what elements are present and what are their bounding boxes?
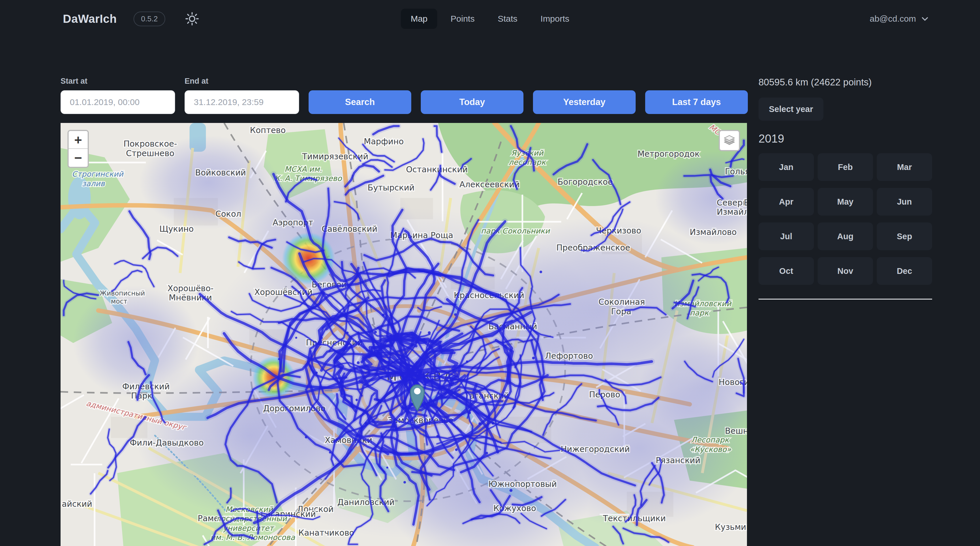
- map-canvas[interactable]: КоптевоПокровское-СтрешневоТимирязевский…: [60, 123, 747, 546]
- map-label: Вешняки: [725, 426, 747, 436]
- track-point: [428, 399, 431, 402]
- sidebar: 80595.6 km (24622 points) Select year 20…: [759, 77, 932, 546]
- zoom-out-button[interactable]: −: [68, 149, 88, 167]
- map-column: Start at End at SearchTodayYesterdayLast…: [60, 77, 747, 546]
- start-at-field: Start at: [60, 77, 175, 114]
- track-point: [455, 449, 458, 451]
- end-at-label: End at: [185, 77, 299, 86]
- track-point: [329, 452, 331, 453]
- map-label: Марфино: [364, 137, 404, 146]
- track-point: [305, 436, 307, 438]
- month-button-jun[interactable]: Jun: [877, 188, 932, 216]
- map-label: Живописный: [100, 289, 145, 297]
- zoom-in-button[interactable]: +: [68, 131, 88, 149]
- map-label: Измайлово: [690, 227, 737, 237]
- end-at-field: End at: [185, 77, 299, 114]
- map-label: Щукино: [159, 224, 194, 234]
- track-point: [386, 467, 388, 469]
- tab-stats[interactable]: Stats: [488, 9, 527, 29]
- map-label: Кузьминки: [715, 522, 747, 532]
- map-label: Стрешнево: [126, 148, 175, 158]
- month-button-jan[interactable]: Jan: [759, 153, 814, 181]
- month-grid: JanFebMarAprMayJunJulAugSepOctNovDec: [759, 153, 932, 285]
- track-point: [454, 313, 457, 316]
- version-badge: 0.5.2: [134, 11, 165, 26]
- tab-imports[interactable]: Imports: [531, 9, 579, 29]
- yesterday-button[interactable]: Yesterday: [533, 90, 636, 114]
- month-button-jul[interactable]: Jul: [759, 222, 814, 250]
- track-point: [404, 481, 406, 484]
- search-button[interactable]: Search: [309, 90, 411, 114]
- sidebar-divider: [759, 299, 932, 300]
- tab-map[interactable]: Map: [401, 9, 437, 29]
- map-label: Южнопортовый: [488, 479, 557, 489]
- map-label: Канатчиково: [299, 528, 355, 538]
- marker-dot: [414, 388, 421, 394]
- track-point: [356, 399, 358, 401]
- start-at-input[interactable]: [60, 90, 175, 114]
- tab-points[interactable]: Points: [441, 9, 484, 29]
- map-label: парк: [690, 308, 709, 317]
- map-label: Строгинский: [72, 170, 124, 178]
- track-point: [411, 333, 413, 336]
- last-7-days-button[interactable]: Last 7 days: [645, 90, 748, 114]
- month-button-mar[interactable]: Mar: [877, 153, 932, 181]
- track-point: [365, 412, 367, 413]
- end-at-input[interactable]: [185, 90, 299, 114]
- layers-icon: [723, 134, 735, 147]
- map-label: Текстильщики: [603, 514, 666, 523]
- month-button-may[interactable]: May: [818, 188, 873, 216]
- track-point: [364, 422, 368, 425]
- map-label: Покровское-: [123, 139, 177, 148]
- month-button-aug[interactable]: Aug: [818, 222, 873, 250]
- track-point: [321, 337, 323, 339]
- select-year-button[interactable]: Select year: [759, 97, 823, 121]
- track-point: [443, 387, 445, 389]
- map-label: Измайлово: [717, 208, 747, 217]
- map-label: Фили-Давыдково: [130, 438, 204, 448]
- map-label: Филёвский: [122, 382, 170, 391]
- month-button-sep[interactable]: Sep: [877, 222, 932, 250]
- map-label: Лефортово: [545, 351, 593, 361]
- month-button-feb[interactable]: Feb: [818, 153, 873, 181]
- track-point: [436, 435, 439, 437]
- map-label: Коптево: [250, 126, 286, 135]
- map-tiles: КоптевоПокровское-СтрешневоТимирязевский…: [60, 123, 747, 546]
- track-point: [532, 357, 535, 359]
- map-label: Сокол: [215, 209, 242, 219]
- map-label: залив: [82, 179, 105, 188]
- map-label: Хорошёво-: [167, 284, 214, 293]
- map-label: Богородское: [557, 177, 612, 187]
- map-label: Перово: [589, 390, 620, 399]
- month-button-apr[interactable]: Apr: [759, 188, 814, 216]
- map-label: Восточное: [744, 198, 747, 208]
- user-email: ab@cd.com: [870, 14, 916, 24]
- track-point: [510, 489, 512, 492]
- map-label: Войковский: [195, 168, 246, 177]
- track-point: [479, 422, 482, 425]
- track-point: [539, 271, 542, 273]
- track-point: [374, 331, 377, 334]
- theme-toggle-button[interactable]: [184, 11, 200, 27]
- month-button-nov[interactable]: Nov: [818, 257, 873, 285]
- app-logo[interactable]: DaWarIch: [63, 13, 117, 26]
- track-point: [382, 314, 385, 316]
- track-point: [466, 361, 468, 363]
- track-point: [346, 332, 349, 334]
- track-point: [485, 452, 488, 455]
- main-nav-tabs: MapPointsStatsImports: [401, 9, 579, 29]
- layers-control-button[interactable]: [719, 130, 740, 151]
- map-label: Измайлово: [746, 208, 747, 217]
- navbar: DaWarIch 0.5.2 MapPointsStatsImports ab@…: [0, 0, 980, 38]
- quick-range-buttons: SearchTodayYesterdayLast 7 days: [309, 90, 748, 114]
- today-button[interactable]: Today: [421, 90, 523, 114]
- content: Start at End at SearchTodayYesterdayLast…: [0, 77, 980, 546]
- month-button-oct[interactable]: Oct: [759, 257, 814, 285]
- user-menu[interactable]: ab@cd.com: [870, 14, 929, 24]
- map-label: Парк: [131, 391, 152, 401]
- month-button-dec[interactable]: Dec: [877, 257, 932, 285]
- map-label: МСХА им.: [285, 165, 322, 174]
- track-point: [295, 337, 297, 339]
- map-label: Алексеевский: [460, 180, 520, 189]
- map-zoom-control: + −: [67, 130, 89, 168]
